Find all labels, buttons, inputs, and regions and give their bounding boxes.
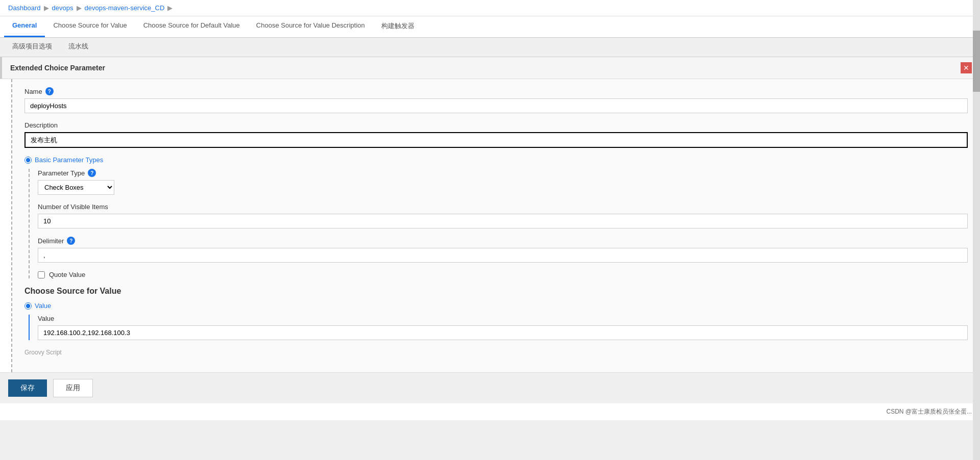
description-input[interactable] — [24, 132, 968, 148]
panel-title: Extended Choice Parameter — [10, 64, 105, 72]
footer-text: CSDN @富士康质检员张全蛋... — [886, 408, 972, 415]
apply-button[interactable]: 应用 — [53, 379, 93, 397]
delimiter-label-text: Delimiter — [38, 237, 64, 245]
groovy-script-label: Groovy Script — [24, 349, 62, 356]
tab-choose-source-description[interactable]: Choose Source for Value Description — [248, 16, 373, 37]
quote-value-label: Quote Value — [49, 271, 85, 278]
section-heading: Choose Source for Value — [24, 287, 968, 296]
value-sub-label-text: Value — [38, 315, 54, 322]
scrollbar-thumb[interactable] — [973, 31, 980, 92]
tab-general[interactable]: General — [4, 16, 45, 37]
visible-items-label: Number of Visible Items — [38, 203, 968, 211]
name-input[interactable] — [24, 98, 968, 113]
delimiter-group: Delimiter ? — [38, 237, 968, 263]
radio-value-input[interactable] — [24, 302, 32, 310]
tab-pipeline[interactable]: 流水线 — [60, 38, 96, 57]
visible-items-group: Number of Visible Items — [38, 203, 968, 228]
delimiter-label: Delimiter ? — [38, 237, 968, 245]
quote-value-row: Quote Value — [38, 271, 968, 278]
tab-advanced-options[interactable]: 高级项目选项 — [4, 38, 60, 57]
bottom-bar: 保存 应用 — [0, 372, 980, 403]
radio-value-option[interactable]: Value — [24, 302, 968, 310]
form-panel: Extended Choice Parameter ✕ Name ? Descr… — [0, 57, 980, 403]
close-button[interactable]: ✕ — [961, 62, 972, 73]
radio-basic-option[interactable]: Basic Parameter Types — [24, 156, 968, 164]
basic-param-subsection: Parameter Type ? Check Boxes Single Sele… — [29, 169, 968, 278]
page-footer: CSDN @富士康质检员张全蛋... — [0, 403, 980, 420]
groovy-script-group: Groovy Script — [24, 348, 968, 356]
name-label-text: Name — [24, 88, 42, 95]
value-input[interactable] — [38, 325, 968, 340]
delimiter-input[interactable] — [38, 248, 968, 263]
breadcrumb-service[interactable]: devops-maven-service_CD — [85, 4, 165, 12]
visible-items-input[interactable] — [38, 214, 968, 228]
quote-value-checkbox[interactable] — [38, 271, 45, 278]
breadcrumb-sep-1: ▶ — [44, 4, 49, 12]
param-type-select[interactable]: Check Boxes Single Select Multi Select R… — [38, 180, 114, 195]
radio-basic-input[interactable] — [24, 157, 32, 164]
choose-source-section: Choose Source for Value Value Value — [24, 287, 968, 340]
save-button[interactable]: 保存 — [8, 379, 47, 397]
scrollbar[interactable] — [973, 0, 980, 460]
param-type-group: Parameter Type ? Check Boxes Single Sele… — [38, 169, 968, 195]
name-help-icon[interactable]: ? — [45, 87, 54, 95]
param-type-help-icon[interactable]: ? — [88, 169, 96, 177]
panel-header: Extended Choice Parameter ✕ — [0, 57, 980, 79]
tab-choose-source-value[interactable]: Choose Source for Value — [45, 16, 135, 37]
tab-choose-source-default[interactable]: Choose Source for Default Value — [135, 16, 248, 37]
delimiter-help-icon[interactable]: ? — [67, 237, 75, 245]
tab-build-trigger[interactable]: 构建触发器 — [373, 16, 423, 37]
breadcrumb-sep-2: ▶ — [77, 4, 82, 12]
tabs-secondary: 高级项目选项 流水线 — [0, 38, 980, 57]
description-field-group: Description — [24, 121, 968, 148]
content-area: Name ? Description Basic Parameter Types — [0, 79, 980, 372]
breadcrumb-dashboard[interactable]: Dashboard — [8, 4, 41, 12]
description-label: Description — [24, 121, 968, 129]
value-sub-label: Value — [38, 315, 968, 322]
form-body: Name ? Description Basic Parameter Types — [12, 79, 980, 372]
breadcrumb-sep-3: ▶ — [167, 4, 173, 12]
param-type-label-text: Parameter Type — [38, 169, 85, 177]
radio-basic-label: Basic Parameter Types — [35, 156, 103, 164]
breadcrumb-devops[interactable]: devops — [52, 4, 74, 12]
visible-items-label-text: Number of Visible Items — [38, 203, 108, 211]
radio-value-label: Value — [35, 302, 51, 310]
name-label: Name ? — [24, 87, 968, 95]
radio-basic-group: Basic Parameter Types Parameter Type ? C… — [24, 156, 968, 278]
breadcrumb: Dashboard ▶ devops ▶ devops-maven-servic… — [0, 0, 980, 16]
left-indicator — [0, 79, 12, 372]
param-type-label: Parameter Type ? — [38, 169, 968, 177]
tabs-primary: General Choose Source for Value Choose S… — [0, 16, 980, 38]
name-field-group: Name ? — [24, 87, 968, 113]
description-label-text: Description — [24, 121, 58, 129]
value-subsection: Value — [29, 315, 968, 340]
